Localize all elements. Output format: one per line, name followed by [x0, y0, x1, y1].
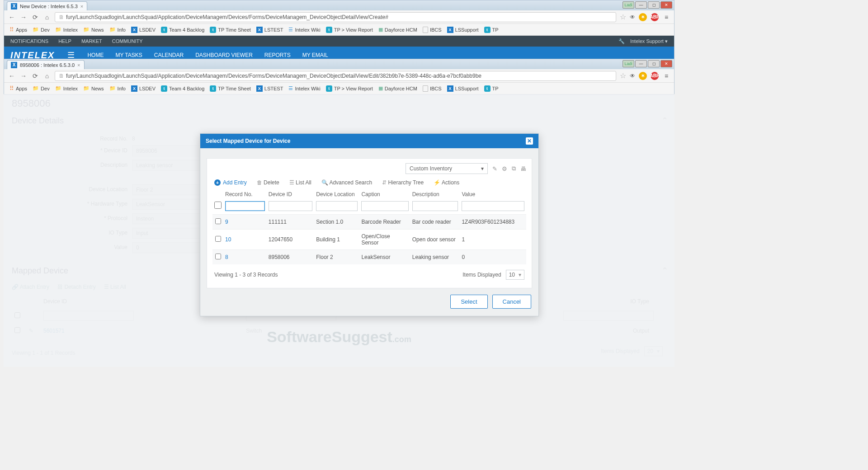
bookmark-tpview[interactable]: tTP > View Report [324, 85, 375, 93]
nav-mytasks[interactable]: MY TASKS [115, 52, 142, 58]
modal-close-icon[interactable]: ✕ [526, 137, 533, 145]
topbar-community[interactable]: COMMUNITY [112, 38, 143, 44]
filter-devid[interactable] [269, 201, 312, 211]
bookmark-dev[interactable]: 📁Dev [31, 26, 52, 33]
browser-menu-button[interactable]: ≡ [662, 72, 670, 80]
nav-reports[interactable]: REPORTS [264, 52, 291, 58]
bookmark-lssupport[interactable]: XLSSupport [445, 26, 481, 34]
bookmark-info[interactable]: 📁Info [108, 85, 127, 92]
list-all-button[interactable]: ☰ List All [289, 179, 311, 186]
bookmark-wiki[interactable]: ☰Intelex Wiki [287, 85, 322, 92]
select-all-checkbox[interactable] [214, 200, 222, 210]
nav-myemail[interactable]: MY EMAIL [302, 52, 328, 58]
advanced-search-button[interactable]: 🔍 Advanced Search [321, 179, 372, 186]
filter-cap[interactable] [361, 201, 408, 211]
col-recno[interactable]: Record No. [223, 188, 267, 199]
nav-home[interactable]: HOME [87, 52, 104, 58]
eye-icon[interactable]: 👁 [630, 14, 635, 20]
forward-button[interactable]: → [19, 72, 28, 80]
home-button[interactable]: ⌂ [43, 13, 51, 21]
maximize-button[interactable]: ◻ [648, 1, 660, 9]
add-entry-button[interactable]: +Add Entry [214, 179, 247, 186]
eye-icon[interactable]: 👁 [630, 73, 635, 79]
actions-button[interactable]: ⚡ Actions [434, 179, 459, 186]
bookmark-tp[interactable]: tTP [482, 26, 500, 34]
tab-close-icon[interactable]: × [77, 62, 80, 68]
col-val[interactable]: Value [460, 188, 526, 199]
browser-tab[interactable]: X 8958006 : Intelex 6.5.3.0 × [7, 60, 85, 69]
ext-icon-1[interactable]: ✶ [639, 72, 647, 80]
filter-val[interactable] [462, 201, 524, 211]
row-checkbox[interactable] [215, 218, 221, 224]
bookmark-lstest[interactable]: XLSTEST [255, 26, 285, 34]
back-button[interactable]: ← [8, 72, 16, 80]
cell-recno[interactable]: 10 [223, 230, 267, 250]
back-button[interactable]: ← [8, 13, 16, 21]
bookmark-dayforce[interactable]: ▦Dayforce HCM [377, 85, 419, 92]
reload-button[interactable]: ⟳ [31, 13, 39, 21]
bookmark-star-icon[interactable]: ☆ [620, 71, 626, 80]
bookmark-lssupport[interactable]: XLSSupport [445, 85, 481, 93]
bookmark-team4[interactable]: tTeam 4 Backlog [159, 26, 206, 34]
browser-menu-button[interactable]: ≡ [662, 13, 670, 21]
bookmark-star-icon[interactable]: ☆ [620, 13, 626, 21]
select-button[interactable]: Select [450, 295, 487, 309]
tab-close-icon[interactable]: × [80, 4, 83, 9]
minimize-button[interactable]: — [635, 1, 647, 9]
abp-icon[interactable]: ABP [651, 13, 659, 21]
cell-recno[interactable]: 8 [223, 250, 267, 265]
close-window-button[interactable]: ✕ [660, 1, 672, 9]
bookmark-news[interactable]: 📁News [81, 85, 106, 92]
col-loc[interactable]: Device Location [314, 188, 359, 199]
hierarchy-tree-button[interactable]: ⇵ Hierarchy Tree [382, 179, 424, 186]
bookmark-dev[interactable]: 📁Dev [31, 85, 52, 92]
topbar-market[interactable]: MARKET [81, 38, 102, 44]
bookmark-ibcs[interactable]: IBCS [421, 26, 443, 34]
home-button[interactable]: ⌂ [43, 72, 51, 80]
close-window-button[interactable]: ✕ [660, 60, 672, 67]
cell-recno[interactable]: 9 [223, 215, 267, 230]
bookmark-intelex[interactable]: 📁Intelex [53, 85, 80, 92]
bookmark-apps[interactable]: ⠿Apps [8, 84, 29, 93]
wrench-icon[interactable]: 🔧 [618, 38, 625, 44]
support-dropdown[interactable]: Intelex Support ▾ [630, 38, 668, 44]
cancel-button[interactable]: Cancel [492, 295, 531, 309]
url-input[interactable]: 🗎 fury/LaunchSquadlogin/LaunchSquad/Appl… [55, 12, 616, 22]
table-row[interactable]: 8 8958006 Floor 2 LeakSensor Leaking sen… [212, 250, 526, 265]
bookmark-intelex[interactable]: 📁Intelex [53, 26, 80, 33]
col-devid[interactable]: Device ID [267, 188, 314, 199]
filter-recno[interactable] [225, 201, 265, 211]
bookmark-tp[interactable]: tTP [482, 85, 500, 93]
abp-icon[interactable]: ABP [651, 72, 659, 80]
bookmark-info[interactable]: 📁Info [108, 26, 127, 33]
col-desc[interactable]: Description [410, 188, 460, 199]
row-checkbox[interactable] [215, 254, 221, 259]
pencil-icon[interactable]: ✎ [492, 165, 497, 172]
ext-icon-1[interactable]: ✶ [639, 13, 647, 21]
bookmark-lsdev[interactable]: XLSDEV [129, 26, 157, 34]
bookmark-apps[interactable]: ⠿Apps [8, 25, 29, 34]
reload-button[interactable]: ⟳ [31, 72, 39, 80]
bookmark-news[interactable]: 📁News [81, 26, 106, 33]
bookmark-dayforce[interactable]: ▦Dayforce HCM [377, 26, 419, 33]
topbar-help[interactable]: HELP [58, 38, 71, 44]
bookmark-lstest[interactable]: XLSTEST [255, 85, 285, 93]
nav-calendar[interactable]: CALENDAR [154, 52, 184, 58]
table-row[interactable]: 10 12047650 Building 1 Open/Close Sensor… [212, 230, 526, 250]
col-cap[interactable]: Caption [359, 188, 410, 199]
forward-button[interactable]: → [19, 13, 28, 21]
bookmark-lsdev[interactable]: XLSDEV [129, 85, 157, 93]
nav-dashboard[interactable]: DASHBOARD VIEWER [195, 52, 253, 58]
gear-icon[interactable]: ⚙ [502, 165, 507, 172]
popout-icon[interactable]: ⧉ [512, 165, 516, 172]
bookmark-team4[interactable]: tTeam 4 Backlog [159, 85, 206, 93]
bookmark-ibcs[interactable]: IBCS [421, 85, 443, 93]
table-row[interactable]: 9 111111 Section 1.0 Barcode Reader Bar … [212, 215, 526, 230]
filter-loc[interactable] [316, 201, 358, 211]
topbar-notifications[interactable]: NOTIFICATIONS [10, 38, 48, 44]
maximize-button[interactable]: ◻ [648, 60, 660, 67]
bookmark-tptime[interactable]: tTP Time Sheet [208, 26, 253, 34]
row-checkbox[interactable] [215, 236, 221, 242]
delete-button[interactable]: 🗑 Delete [257, 179, 279, 186]
minimize-button[interactable]: — [635, 60, 647, 67]
